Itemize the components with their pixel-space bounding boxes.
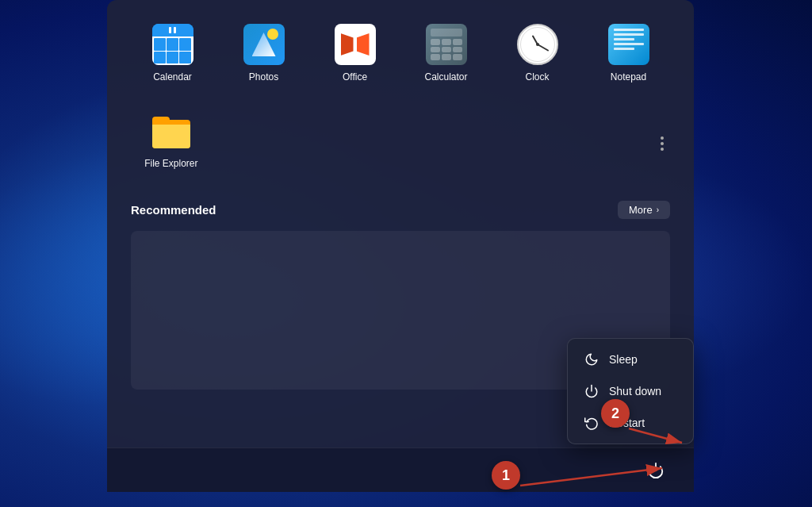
shutdown-menu-item[interactable]: Shut down: [568, 375, 693, 407]
app-file-explorer-label: File Explorer: [144, 158, 197, 169]
calculator-icon: [426, 24, 467, 65]
app-office[interactable]: Office: [313, 16, 396, 90]
recommended-title: Recommended: [131, 203, 216, 217]
start-menu-bottom: Sleep Shut down: [107, 447, 694, 492]
app-photos[interactable]: Photos: [222, 16, 305, 90]
app-office-label: Office: [343, 71, 367, 83]
apps-grid-row1: Calendar Photos: [131, 16, 670, 90]
more-button-label: More: [629, 204, 653, 216]
sleep-icon: [584, 351, 599, 367]
annotation-badge-1: 1: [492, 461, 520, 490]
annotation-badge-2: 2: [601, 399, 630, 428]
app-clock-label: Clock: [525, 71, 549, 83]
notepad-icon: [608, 24, 649, 65]
restart-menu-item[interactable]: Restart: [568, 407, 693, 439]
calendar-icon: [152, 24, 193, 65]
annotation-1: 1: [492, 461, 520, 490]
pinned-section: Calendar Photos: [107, 0, 694, 193]
annotation-2: 2: [601, 399, 630, 428]
app-clock[interactable]: Clock: [496, 16, 579, 90]
shutdown-icon: [584, 383, 599, 399]
chevron-right-icon: ›: [657, 205, 659, 214]
sleep-menu-item[interactable]: Sleep: [568, 344, 693, 375]
dot-1: [661, 136, 664, 140]
power-context-menu: Sleep Shut down: [567, 338, 694, 444]
photos-icon: [243, 24, 285, 65]
app-photos-label: Photos: [249, 71, 278, 83]
app-calendar[interactable]: Calendar: [131, 16, 214, 90]
app-calendar-label: Calendar: [153, 71, 192, 83]
app-calculator-label: Calculator: [424, 71, 467, 83]
apps-grid-row2: File Explorer: [131, 102, 654, 177]
sleep-label: Sleep: [609, 353, 638, 366]
office-icon: [335, 24, 376, 65]
dot-3: [661, 148, 664, 151]
power-button[interactable]: [642, 456, 670, 485]
shutdown-label: Shut down: [609, 385, 661, 398]
clock-icon: [517, 24, 558, 65]
recommended-header: Recommended More ›: [131, 201, 670, 219]
dot-2: [661, 142, 664, 145]
more-button[interactable]: More ›: [618, 201, 670, 219]
power-icon: [647, 462, 665, 479]
app-calculator[interactable]: Calculator: [404, 16, 488, 90]
app-notepad-label: Notepad: [611, 71, 646, 83]
restart-icon: [584, 415, 599, 431]
file-explorer-icon: [151, 110, 192, 152]
more-apps-button[interactable]: [654, 130, 670, 157]
app-notepad[interactable]: Notepad: [587, 16, 670, 90]
app-file-explorer[interactable]: File Explorer: [131, 102, 212, 177]
